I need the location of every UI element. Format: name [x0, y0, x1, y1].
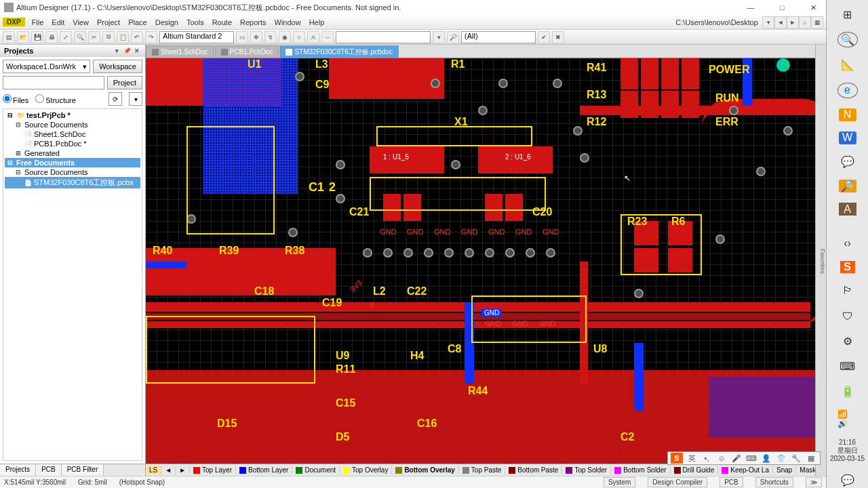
doc-tab-pcb1[interactable]: PCB1.PcbDoc: [215, 45, 279, 58]
win-edge-icon[interactable]: e: [837, 83, 858, 98]
menu-edit[interactable]: Edit: [47, 17, 68, 28]
status-more-icon[interactable]: ≫: [806, 477, 822, 487]
radio-files[interactable]: Files: [3, 94, 28, 104]
clock[interactable]: 21:16 星期日 2020-03-15: [830, 439, 865, 463]
menu-place[interactable]: Place: [124, 17, 151, 28]
refresh-icon[interactable]: ⟳: [108, 92, 122, 106]
tray-input-icon[interactable]: ⌨: [837, 359, 858, 374]
route-icon[interactable]: ↯: [264, 31, 277, 43]
options-icon[interactable]: ▾: [129, 92, 142, 106]
layer-bottom-overlay[interactable]: Bottom Overlay: [392, 466, 458, 474]
win-wps-icon[interactable]: W: [839, 131, 856, 144]
layer-bottom[interactable]: Bottom Layer: [236, 466, 292, 474]
win-search2-icon[interactable]: 🔎: [839, 180, 856, 192]
pcb-canvas[interactable]: U1 L3 R1 R41 POWER C9 R13 RUN R12 ERR X1…: [146, 58, 815, 464]
ime-keyboard-icon[interactable]: ⌨: [745, 453, 757, 464]
status-design-compiler[interactable]: Design Compiler: [648, 477, 707, 487]
maximize-button[interactable]: □: [773, 1, 791, 14]
ime-bar[interactable]: S 英 •, ☺ 🎤 ⌨ 👤 👕 🔧 ▦: [667, 451, 821, 465]
layer-drill-guide[interactable]: Drill Guide: [671, 466, 719, 474]
tree-generated[interactable]: ⊞Generated: [5, 148, 140, 158]
menu-design[interactable]: Design: [151, 17, 182, 28]
tray-settings-icon[interactable]: ⚙: [837, 334, 858, 349]
snap-button[interactable]: Snap: [773, 466, 796, 474]
minimize-button[interactable]: —: [742, 1, 760, 14]
win-altium-icon[interactable]: A: [839, 203, 856, 216]
win-onenote-icon[interactable]: N: [839, 108, 856, 121]
project-tree[interactable]: ⊟📁test.PrjPcb * ⊟Source Documents 📄Sheet…: [3, 108, 142, 461]
tray-flag-icon[interactable]: 🏳: [837, 283, 858, 298]
tab-pcb[interactable]: PCB: [36, 464, 62, 476]
toolbar-misc-icon[interactable]: ▦: [811, 16, 823, 28]
ime-user-icon[interactable]: 👤: [760, 453, 772, 464]
tree-pcb1[interactable]: 📄PCB1.PcbDoc *: [5, 139, 140, 148]
ime-logo-icon[interactable]: S: [671, 453, 683, 464]
ime-skin-icon[interactable]: 👕: [775, 453, 787, 464]
menu-project[interactable]: Project: [93, 17, 124, 28]
doc-tab-sheet1[interactable]: Sheet1.SchDoc: [146, 45, 214, 58]
menu-reports[interactable]: Reports: [236, 17, 271, 28]
net-combo[interactable]: [336, 31, 431, 43]
text-icon[interactable]: A: [307, 31, 319, 43]
find-icon[interactable]: 🔎: [447, 31, 459, 43]
ime-lang[interactable]: 英: [686, 453, 698, 464]
layer-top-overlay[interactable]: Top Overlay: [340, 466, 392, 474]
tree-source-docs-2[interactable]: ⊟Source Documents: [5, 167, 140, 177]
ime-face-icon[interactable]: ☺: [715, 453, 728, 464]
select-icon[interactable]: ▭: [236, 31, 248, 43]
close-button[interactable]: ✕: [804, 1, 822, 14]
zoom-area-icon[interactable]: 🔍: [74, 31, 86, 43]
menu-window[interactable]: Window: [271, 17, 305, 28]
dxp-button[interactable]: DXP: [3, 18, 25, 26]
menu-route[interactable]: Route: [208, 17, 236, 28]
paste-icon[interactable]: 📋: [117, 31, 129, 43]
ime-mic-icon[interactable]: 🎤: [730, 453, 743, 464]
menu-file[interactable]: File: [28, 17, 48, 28]
redo-icon[interactable]: ↷: [145, 31, 157, 43]
tree-test-project[interactable]: ⊟📁test.PrjPcb *: [5, 110, 140, 120]
undo-icon[interactable]: ↶: [131, 31, 143, 43]
win-ruler-icon[interactable]: 📐: [837, 58, 858, 73]
layer-bottom-paste[interactable]: Bottom Paste: [505, 466, 562, 474]
status-system[interactable]: System: [604, 477, 635, 487]
new-doc-icon[interactable]: ▤: [3, 31, 15, 43]
filter-combo[interactable]: (All): [461, 31, 536, 43]
profile-combo[interactable]: Altium Standard 2: [159, 31, 234, 43]
menu-tools[interactable]: Tools: [182, 17, 208, 28]
panel-pin-icon[interactable]: 📌: [123, 47, 131, 55]
toolbar-history-icon[interactable]: ▾: [762, 16, 774, 28]
layer-nav-left[interactable]: ◄: [161, 466, 176, 474]
workspace-button[interactable]: Workspace: [93, 60, 142, 73]
tray-s-icon[interactable]: S: [840, 261, 855, 273]
tray-wifi-icon[interactable]: 📶 🔊: [837, 409, 858, 428]
layer-ls[interactable]: LS: [146, 466, 161, 474]
ime-punct-icon[interactable]: •,: [701, 453, 713, 464]
toolbar-home-icon[interactable]: ⌂: [799, 16, 811, 28]
panel-close-icon[interactable]: ✕: [133, 47, 141, 55]
panel-dropdown-icon[interactable]: ▾: [113, 47, 121, 55]
via-icon[interactable]: ◉: [279, 31, 291, 43]
toolbar-nav-back-icon[interactable]: ◄: [774, 16, 787, 28]
filter-clear-icon[interactable]: ▾: [433, 31, 445, 43]
tree-stm-doc[interactable]: 📄STM32F030C8T6工控板.pcbx: [5, 177, 140, 188]
layer-document[interactable]: Document: [292, 466, 340, 474]
project-search-input[interactable]: [3, 76, 104, 89]
toolbar-nav-fwd-icon[interactable]: ►: [787, 16, 799, 28]
win-wechat-icon[interactable]: 💬: [837, 155, 858, 169]
layer-top-solder[interactable]: Top Solder: [562, 466, 611, 474]
zoom-fit-icon[interactable]: ⤢: [60, 31, 72, 43]
copy-icon[interactable]: ⧉: [102, 31, 115, 43]
tree-source-docs-1[interactable]: ⊟Source Documents: [5, 120, 140, 129]
menu-view[interactable]: View: [68, 17, 93, 28]
radio-structure[interactable]: Structure: [35, 94, 76, 104]
clear-filter-icon[interactable]: ✖: [552, 31, 564, 43]
tree-sheet1[interactable]: 📄Sheet1.SchDoc: [5, 129, 140, 139]
layer-top[interactable]: Top Layer: [190, 466, 236, 474]
layer-nav-right[interactable]: ►: [176, 466, 190, 474]
project-button[interactable]: Project: [107, 76, 142, 89]
ime-toolbox-icon[interactable]: 🔧: [790, 453, 802, 464]
cut-icon[interactable]: ✂: [88, 31, 100, 43]
pad-icon[interactable]: ○: [293, 31, 305, 43]
action-center-icon[interactable]: 💬: [837, 473, 858, 488]
status-shortcuts[interactable]: Shortcuts: [755, 477, 793, 487]
